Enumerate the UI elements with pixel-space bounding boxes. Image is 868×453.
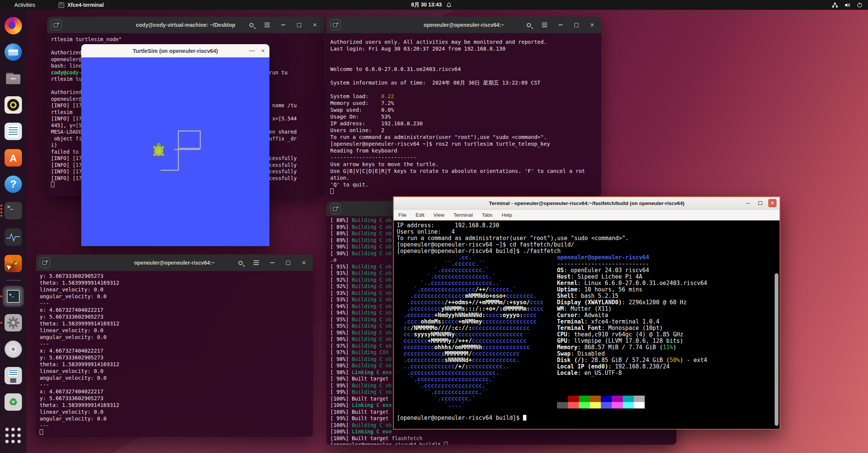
terminal-line: y: 5.667333602905273 — [40, 313, 309, 320]
network-icon[interactable] — [832, 2, 838, 8]
window-title: openeuler@openeuler-riscv64:~ — [424, 22, 504, 28]
dock-item-system-monitor[interactable] — [3, 226, 24, 248]
dock-item-gnome-terminal[interactable] — [3, 200, 24, 221]
top-bar: Activities Xfce4-terminal 8月 30 13:43 — [0, 0, 868, 10]
new-tab-icon[interactable] — [51, 20, 62, 30]
dock-item-floppy[interactable] — [3, 365, 24, 386]
dock-item-files[interactable] — [3, 68, 24, 89]
dock-item-help[interactable] — [3, 174, 24, 195]
titlebar[interactable]: cody@cody-virtual-machine: ~/Desktop × — [47, 17, 324, 33]
dock-item-libreoffice-writer[interactable] — [3, 121, 24, 142]
palette-swatch — [612, 396, 623, 402]
terminal-line: y: 5.667333602905273 — [40, 273, 309, 279]
rhythmbox-icon — [5, 96, 22, 114]
terminal-line: Use arrow keys to move the turtle. — [330, 161, 597, 168]
terminal-line: Swap: Disabled — [557, 351, 707, 357]
minimize-button[interactable] — [555, 20, 566, 30]
menu-item-tabs[interactable]: Tabs — [482, 212, 493, 218]
terminal-line: --- — [40, 341, 309, 347]
minimize-button[interactable] — [267, 257, 277, 268]
terminal-line: --- — [40, 300, 309, 307]
cursor-hollow — [51, 182, 54, 187]
search-icon[interactable] — [523, 20, 534, 30]
menu-item-file[interactable]: File — [398, 212, 407, 218]
bell-icon — [446, 2, 452, 8]
palette-swatch — [579, 402, 590, 408]
search-icon[interactable] — [235, 257, 246, 268]
titlebar[interactable]: openeuler@openeuler-riscv64:~ × — [326, 17, 601, 33]
dock-item-cd[interactable] — [3, 339, 24, 360]
dock-item-supertuxkart[interactable] — [3, 253, 24, 274]
new-tab-icon[interactable] — [330, 20, 341, 30]
firefox-icon — [5, 17, 22, 34]
terminal-line — [557, 383, 707, 389]
palette-swatch — [579, 396, 590, 402]
hamburger-menu-icon[interactable] — [539, 20, 550, 30]
terminal-line: linear_velocity: 0.0 — [40, 327, 309, 334]
minimize-button[interactable]: – — [744, 199, 752, 207]
close-button[interactable]: × — [261, 47, 265, 55]
dock-item-trash[interactable]: ♻ — [3, 391, 24, 413]
dock: ♻ — [0, 10, 26, 453]
cursor-block — [523, 415, 526, 421]
titlebar[interactable]: TurtleSim (on openeuler-riscv64) — × — [81, 44, 269, 57]
maximize-button[interactable] — [283, 257, 293, 268]
menu-item-view[interactable]: View — [433, 212, 444, 218]
terminal-line — [330, 188, 597, 195]
cd-icon — [5, 341, 22, 358]
menu-item-terminal[interactable]: Terminal — [453, 212, 473, 218]
dock-item-settings[interactable] — [3, 312, 24, 333]
dock-item-firefox[interactable] — [3, 15, 24, 36]
activities-button[interactable]: Activities — [14, 2, 35, 8]
terminal-line: [openeuler@openeuler-riscv64 build]$ ./f… — [397, 248, 780, 254]
terminal-line: Locale: en_US.UTF-8 — [557, 370, 707, 376]
dock-item-app-grid[interactable] — [3, 425, 24, 446]
maximize-button[interactable] — [756, 199, 764, 207]
terminal-line — [330, 72, 597, 79]
titlebar[interactable]: Terminal - openeuler@openeuler-riscv64:~… — [394, 197, 780, 210]
terminal-output[interactable]: IP address: 192.168.8.230Users online: 4… — [394, 220, 780, 429]
terminal-line: To run a command as administrator(user "… — [397, 235, 780, 242]
terminal-line: angular_velocity: 0.0 — [40, 293, 309, 300]
fastfetch-info: openeuler@openeuler-riscv64-------------… — [557, 254, 707, 408]
titlebar[interactable]: openeuler@openeuler-riscv64:~ × — [36, 254, 313, 271]
new-tab-icon[interactable] — [330, 203, 341, 214]
clock[interactable]: 8月 30 13:43 — [411, 2, 442, 8]
menu-item-edit[interactable]: Edit — [416, 212, 424, 218]
volume-icon[interactable] — [844, 2, 851, 8]
minimize-button[interactable] — [278, 20, 288, 30]
terminal-output[interactable]: Authorized users only. All activities ma… — [326, 33, 601, 196]
window-title: openeuler@openeuler-riscv64:~ — [134, 260, 215, 266]
dock-item-rhythmbox[interactable] — [3, 94, 24, 116]
close-button[interactable]: × — [587, 20, 597, 30]
window-openeuler-terminal: openeuler@openeuler-riscv64:~ × Authoriz… — [326, 17, 601, 196]
palette-swatch — [557, 402, 568, 408]
power-icon[interactable] — [857, 2, 863, 8]
close-button[interactable]: × — [768, 199, 777, 207]
terminal-line: [openeuler@openeuler-riscv64 build]$ — [330, 442, 673, 445]
terminal-line: Memory used: 7.2% — [330, 100, 597, 106]
software-center-icon — [5, 149, 22, 166]
hamburger-menu-icon[interactable] — [251, 257, 261, 268]
terminal-line: angular_velocity: 0.0 — [40, 374, 309, 381]
minimize-button[interactable]: — — [249, 47, 255, 55]
scrollbar-thumb[interactable] — [775, 273, 778, 426]
terminal-output[interactable]: y: 5.667333602905273theta: 1.58399999141… — [36, 271, 313, 437]
maximize-button[interactable] — [294, 20, 304, 30]
hamburger-menu-icon[interactable] — [262, 20, 272, 30]
new-tab-icon[interactable] — [40, 257, 50, 268]
close-button[interactable]: × — [309, 20, 320, 30]
terminal-line: angular_velocity: 0.0 — [40, 415, 309, 422]
menu-item-help[interactable]: Help — [502, 212, 512, 218]
terminal-line: Reading from keyboard — [330, 147, 597, 154]
search-icon[interactable] — [246, 20, 257, 30]
focused-app-indicator[interactable]: Xfce4-terminal — [59, 2, 104, 8]
dock-item-xfce4-terminal[interactable] — [3, 286, 24, 307]
turtlesim-canvas[interactable] — [81, 57, 269, 246]
terminal-line: Display (XWAYLAND0): 2296x1200 @ 60 Hz — [557, 299, 707, 306]
close-button[interactable]: × — [299, 257, 309, 268]
turtle-icon — [153, 143, 164, 156]
maximize-button[interactable] — [571, 20, 582, 30]
dock-item-software[interactable] — [3, 147, 24, 168]
dock-item-thunderbird[interactable] — [3, 42, 24, 63]
